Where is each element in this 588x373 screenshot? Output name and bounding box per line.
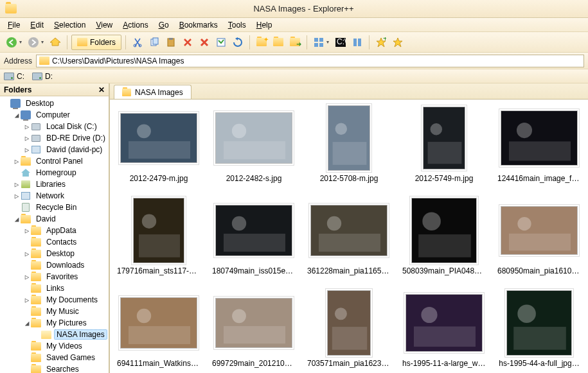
refresh-button[interactable] bbox=[230, 35, 245, 50]
copy-button[interactable] bbox=[147, 35, 162, 50]
tree-node[interactable]: ▷BD-RE Drive (D:) bbox=[0, 132, 109, 144]
thumbnail-item[interactable]: 694111main_Watkins-2-… bbox=[114, 290, 204, 373]
thumbnail-item[interactable]: hs-1995-44-a-full_jpg… bbox=[494, 290, 584, 373]
tree-node[interactable]: Homegroup bbox=[0, 167, 109, 178]
tree-node-label: Homegroup bbox=[33, 168, 79, 178]
thumbnail-item[interactable]: 2012-5749-m.jpg bbox=[399, 105, 489, 195]
back-button[interactable] bbox=[4, 35, 19, 50]
paste-button[interactable] bbox=[163, 35, 179, 50]
tree-node[interactable]: Saved Games bbox=[0, 352, 109, 363]
bookmarks-button[interactable] bbox=[390, 35, 405, 50]
menu-bookmarks[interactable]: Bookmarks bbox=[174, 19, 223, 31]
tree-node[interactable]: Recycle Bin bbox=[0, 202, 109, 213]
expander-icon[interactable]: ▷ bbox=[13, 180, 21, 189]
thumbnail-item[interactable]: 699729main_201210239-4… bbox=[209, 290, 299, 373]
up-button[interactable] bbox=[48, 35, 63, 50]
tree-node[interactable]: NASA Images bbox=[0, 329, 109, 340]
thumbnails-view[interactable]: 2012-2479-m.jpg2012-2482-s.jpg2012-5708-… bbox=[110, 99, 588, 373]
folder-tree[interactable]: Desktop◢Computer▷Local Disk (C:)▷BD-RE D… bbox=[0, 96, 109, 373]
tree-node[interactable]: ▷David (david-pc) bbox=[0, 144, 109, 155]
tree-node[interactable]: ▷My Documents bbox=[0, 294, 109, 306]
thumbnail-item[interactable]: 179716main_sts117-s-0… bbox=[114, 197, 204, 287]
delete-button[interactable] bbox=[180, 35, 195, 50]
menu-go[interactable]: Go bbox=[154, 19, 174, 31]
tree-node[interactable]: ◢Computer bbox=[0, 109, 109, 121]
thumbnail-item[interactable]: 180749main_iss015e129… bbox=[209, 197, 299, 287]
folders-toggle-button[interactable]: Folders bbox=[71, 35, 121, 50]
expander-icon[interactable]: ▷ bbox=[23, 296, 31, 304]
thumbnail-item[interactable]: hs-1995-11-a-large_we… bbox=[399, 290, 489, 373]
menu-selection[interactable]: Selection bbox=[49, 19, 91, 31]
drive-d[interactable]: D: bbox=[32, 72, 53, 81]
thumbnail-item[interactable]: 124416main_image_fea… bbox=[494, 105, 584, 195]
thumbnail-item[interactable]: 508039main_PIA04866-… bbox=[399, 197, 489, 287]
tree-node[interactable]: Contacts bbox=[0, 236, 109, 248]
expander-icon[interactable]: ◢ bbox=[13, 111, 21, 119]
delete-permanent-button[interactable] bbox=[197, 35, 212, 50]
views-dropdown-icon[interactable]: ▾ bbox=[326, 39, 332, 45]
tree-node[interactable]: Searches bbox=[0, 363, 109, 373]
tree-node[interactable]: ▷Desktop bbox=[0, 248, 109, 259]
svg-rect-61 bbox=[513, 327, 566, 350]
svg-rect-7 bbox=[169, 38, 173, 40]
tree-node[interactable]: ▷Control Panel bbox=[0, 155, 109, 167]
tree-node[interactable]: Links bbox=[0, 282, 109, 294]
tree-node[interactable]: ▷Favorites bbox=[0, 271, 109, 282]
thumbnail-item[interactable]: 680950main_pia16100-4… bbox=[494, 197, 584, 287]
fold-icon bbox=[31, 284, 41, 293]
tree-node[interactable]: Downloads bbox=[0, 259, 109, 271]
thumbnail-label: 2012-5708-m.jpg bbox=[320, 174, 379, 183]
close-icon[interactable]: ✕ bbox=[98, 85, 105, 94]
drive-c[interactable]: C: bbox=[4, 72, 24, 81]
svg-rect-34 bbox=[139, 234, 180, 257]
menu-help[interactable]: Help bbox=[251, 19, 278, 31]
expander-icon[interactable]: ▷ bbox=[13, 192, 21, 200]
tree-node[interactable]: ▷Network bbox=[0, 190, 109, 202]
add-bookmark-button[interactable]: + bbox=[373, 35, 389, 50]
cut-button[interactable] bbox=[130, 35, 145, 50]
fold-icon bbox=[31, 249, 41, 258]
expander-icon[interactable]: ◢ bbox=[23, 319, 31, 327]
command-prompt-button[interactable]: C:\ bbox=[333, 35, 348, 50]
tree-node[interactable]: Desktop bbox=[0, 98, 109, 109]
menu-edit[interactable]: Edit bbox=[25, 19, 49, 31]
back-dropdown-icon[interactable]: ▾ bbox=[19, 39, 24, 45]
forward-button[interactable] bbox=[26, 35, 41, 50]
menu-view[interactable]: View bbox=[91, 19, 118, 31]
move-to-button[interactable]: ➜ bbox=[287, 35, 303, 50]
thumbnail-item[interactable]: 361228main_pia11657-… bbox=[304, 197, 394, 287]
thumbnail-item[interactable]: 2012-2479-m.jpg bbox=[114, 105, 204, 195]
thumbnail-label: 180749main_iss015e129… bbox=[212, 266, 296, 275]
menu-tools[interactable]: Tools bbox=[223, 19, 251, 31]
tree-node[interactable]: My Videos bbox=[0, 340, 109, 352]
expander-icon[interactable]: ▷ bbox=[23, 146, 31, 154]
expander-icon[interactable]: ▷ bbox=[23, 134, 31, 143]
tree-node[interactable]: ◢My Pictures bbox=[0, 317, 109, 329]
address-input[interactable]: C:\Users\David\Pictures\NASA Images bbox=[36, 55, 584, 67]
copy-to-button[interactable] bbox=[271, 35, 286, 50]
thumbnail-item[interactable]: 2012-2482-s.jpg bbox=[209, 105, 299, 195]
new-folder-button[interactable]: ✦ bbox=[254, 35, 269, 50]
separator bbox=[369, 35, 370, 49]
tree-node[interactable]: ▷AppData bbox=[0, 225, 109, 236]
expander-icon[interactable]: ▷ bbox=[23, 123, 31, 131]
menu-actions[interactable]: Actions bbox=[118, 19, 153, 31]
menu-file[interactable]: File bbox=[3, 19, 25, 31]
expander-icon[interactable]: ▷ bbox=[13, 157, 21, 166]
forward-dropdown-icon[interactable]: ▾ bbox=[41, 39, 46, 45]
expander-icon[interactable]: ▷ bbox=[23, 227, 31, 235]
expander-icon[interactable]: ▷ bbox=[23, 250, 31, 258]
properties-button[interactable] bbox=[213, 35, 229, 50]
expander-icon[interactable]: ▷ bbox=[23, 273, 31, 281]
organize-button[interactable] bbox=[350, 35, 365, 50]
tab-nasa-images[interactable]: NASA Images bbox=[114, 85, 192, 99]
tree-node[interactable]: ▷Libraries bbox=[0, 178, 109, 190]
svg-rect-9 bbox=[314, 38, 318, 42]
views-button[interactable] bbox=[311, 35, 326, 50]
thumbnail-item[interactable]: 703571main_pia16239-4… bbox=[304, 290, 394, 373]
tree-node[interactable]: ◢David bbox=[0, 213, 109, 225]
tree-node[interactable]: ▷Local Disk (C:) bbox=[0, 121, 109, 132]
expander-icon[interactable]: ◢ bbox=[13, 215, 21, 223]
thumbnail-item[interactable]: 2012-5708-m.jpg bbox=[304, 105, 394, 195]
tree-node[interactable]: My Music bbox=[0, 306, 109, 317]
